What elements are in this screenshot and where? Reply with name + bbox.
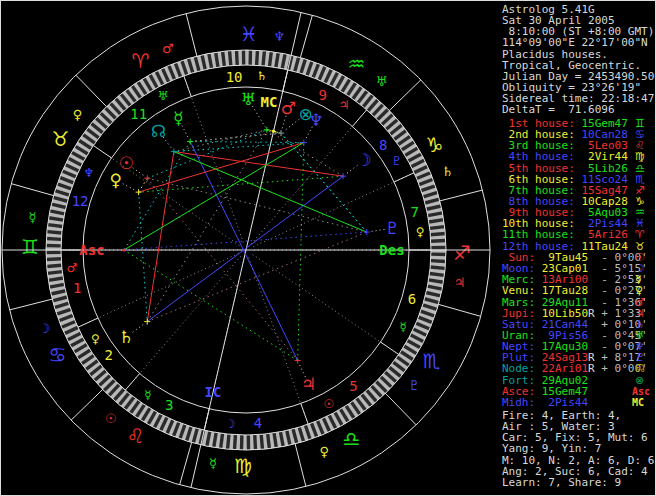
house-cusp-line [78, 253, 239, 327]
sign-ruler-glyph-libra: ♀ [319, 444, 329, 459]
sign-glyph-cancer: ♋ [49, 343, 67, 367]
sign-boundary [186, 13, 197, 56]
aspect-line-180-moon-saturn [147, 176, 343, 321]
aspect-line-120-jupiter-neptune [298, 143, 304, 361]
asc-label-icon: Asc [632, 386, 650, 397]
stats-line: Learn: 7, Share: 9 [502, 477, 655, 488]
sign-glyph-scorpio: ♏ [423, 349, 441, 373]
planet-glyph-jupiter: ♃ [301, 374, 316, 394]
sign-boundary [438, 304, 480, 316]
sign-ruler-glyph-aquarius: ♅ [375, 74, 387, 89]
house-number-8: 8 [379, 137, 387, 153]
sign-glyph-virgo: ♍ [234, 454, 252, 478]
aspect-line-180-mercury-jupiter [190, 142, 297, 361]
mc-label-icon: MC [632, 397, 644, 408]
planet-position-list: Sun: 9Tau45 - 0°00'☉Moon: 23Cap01 - 5°15… [502, 252, 655, 408]
sign-glyph-capricorn: ♑ [426, 133, 444, 157]
ic-axis-line [191, 250, 246, 488]
house-cusp-line [93, 146, 239, 246]
sign-ruler-glyph-pisces: ♆ [273, 29, 285, 44]
sign-ruler-glyph-taurus: ♀ [73, 107, 83, 122]
planet-glyph-mars: ♂ [281, 98, 296, 118]
planet-icon: ⊗ [635, 375, 644, 386]
house-band-separator [381, 342, 399, 354]
house-ruler-glyph-5: ☉ [324, 397, 335, 411]
pointer-line-venus [123, 184, 136, 191]
sign-boundary [295, 444, 306, 487]
object-position-value: 2Pis44 [535, 396, 588, 409]
house-number-12: 12 [72, 193, 89, 209]
house-cusp-list: 1st house: 15Gem47♊ 2nd house: 10Can28♋ … [502, 118, 655, 252]
sign-boundary [300, 15, 312, 57]
house-ruler-glyph-11: ♅ [158, 89, 169, 103]
aspect-line-45-mercury-fortune [190, 133, 281, 141]
object-row-midh: Midh: 2Pis44 MC [502, 397, 655, 408]
zodiac-sign-icon: ♍ [635, 151, 645, 162]
sign-ruler-glyph-virgo: ☿ [209, 456, 217, 471]
house-cusp-line [253, 255, 399, 355]
house-number-10: 10 [226, 69, 243, 85]
retrograde-flag [588, 396, 595, 409]
house-ruler-glyph-10: ♄ [256, 69, 267, 83]
house-ruler-glyph-6: ☿ [399, 320, 406, 334]
house-number-2: 2 [104, 347, 112, 363]
sign-boundary [389, 80, 421, 111]
house-number-1: 1 [73, 280, 81, 296]
aspect-line-45-uranus-node [174, 130, 267, 152]
pointer-line-fortune [284, 119, 300, 131]
planet-glyph-uranus: ♅ [241, 89, 256, 109]
element-tally-block: Fire: 4, Earth: 4,Air : 5, Water: 3Car: … [502, 410, 655, 488]
sign-ruler-glyph-aries: ♂ [162, 41, 174, 56]
house-band-separator [352, 110, 366, 127]
house-ruler-glyph-4: ☽ [225, 417, 236, 431]
chart-header-block: Astrolog 5.41GSat 30 April 2005 8:10:00 … [502, 4, 655, 115]
sign-ruler-glyph-scorpio: ♇ [409, 378, 421, 393]
sign-boundary [180, 442, 192, 484]
house-number-7: 7 [410, 204, 418, 220]
house-number-4: 4 [254, 415, 262, 431]
header-line: DeltaT = 71.6096 [502, 104, 655, 115]
degree-marker-midheaven [272, 130, 275, 133]
sign-glyph-sagittarius: ♐ [453, 241, 471, 265]
sign-boundary [385, 393, 416, 425]
house-band-separator [394, 173, 414, 182]
house-band-separator [125, 374, 139, 391]
sign-boundary [9, 299, 52, 310]
aspect-line-90-moon-node [174, 152, 343, 177]
house-cusp-line [125, 256, 240, 390]
sign-ruler-glyph-gemini: ☿ [29, 210, 37, 225]
house-band-separator [93, 146, 111, 158]
house-number-6: 6 [408, 291, 416, 307]
planet-glyph-moon: ☽ [356, 150, 371, 170]
house-ruler-glyph-9: ♃ [339, 98, 350, 112]
zodiac-sign-icon: ♈ [635, 229, 645, 240]
object-label: Midh: [502, 396, 535, 409]
house-number-9: 9 [319, 87, 327, 103]
sign-glyph-gemini: ♊ [21, 235, 39, 259]
house-ruler-glyph-8: ♇ [391, 154, 402, 168]
natal-chart-wheel: ♈♂♉♀♊☿♋☽♌☉♍☿♎♀♏♇♐♃♑♄♒♅♓♆1♂2♀3☿4☽5☉6☿7♀8♇… [1, 1, 497, 495]
house-band-separator [301, 404, 308, 425]
sign-boundary [11, 184, 53, 196]
des-wheel-label: Des [379, 242, 404, 258]
aspect-line-60-venus-saturn [139, 192, 148, 321]
house-ruler-glyph-12: ♆ [84, 166, 95, 180]
planet-icon: ☊ [635, 363, 645, 374]
pointer-line-sun [133, 168, 145, 177]
sign-boundary [76, 75, 107, 107]
house-number-11: 11 [130, 106, 147, 122]
sign-ruler-glyph-sagittarius: ♃ [454, 275, 466, 290]
house-cusp-line [249, 258, 309, 425]
planet-glyph-fortune: ⊗ [299, 104, 313, 124]
degree-marker-ascendant [122, 248, 125, 251]
sign-ruler-glyph-cancer: ☽ [39, 321, 51, 336]
planet-glyph-pluto: ♇ [385, 218, 400, 238]
house-number-3: 3 [165, 397, 173, 413]
pointer-line-saturn [133, 323, 145, 332]
house-ruler-glyph-7: ♀ [416, 225, 425, 239]
midheaven-wheel-label: MC [261, 94, 278, 110]
house-band-separator [184, 76, 191, 97]
sign-ruler-glyph-capricorn: ♄ [442, 164, 454, 179]
sign-glyph-pisces: ♓ [240, 22, 258, 46]
sign-boundary [440, 190, 483, 201]
